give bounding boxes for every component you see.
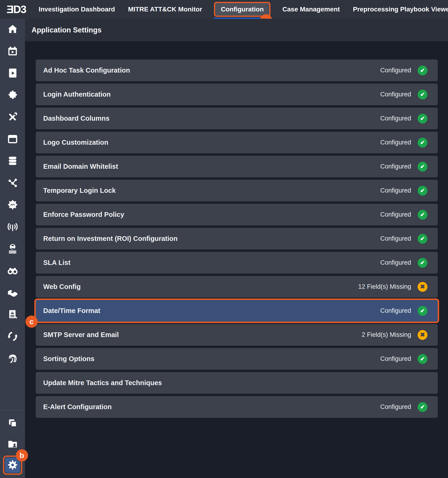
settings-row-label: SMTP Server and Email <box>43 331 119 339</box>
fingerprint-icon <box>7 353 18 365</box>
check-circle-icon: ✔ <box>418 138 428 147</box>
nav-item-configuration[interactable]: Configurationa <box>215 3 269 16</box>
check-circle-icon: ✔ <box>418 210 428 220</box>
settings-row[interactable]: Update Mitre Tactics and Techniques <box>36 372 438 394</box>
nav-item-preprocessing-playbook-viewer[interactable]: Preprocessing Playbook Viewer <box>353 6 448 13</box>
settings-row-label: Enforce Password Policy <box>43 211 124 219</box>
copy-icon <box>7 418 18 429</box>
settings-row[interactable]: Login Authentication Configured ✔ <box>36 84 438 105</box>
settings-row-status: Configured ✔ <box>380 114 428 124</box>
check-circle-icon: ✔ <box>418 66 428 75</box>
settings-row[interactable]: Ad Hoc Task Configuration Configured ✔ <box>36 60 438 81</box>
sidebar-item-utilities[interactable] <box>0 107 25 128</box>
settings-row[interactable]: Email Domain Whitelist Configured ✔ <box>36 156 438 177</box>
check-circle-icon: ✔ <box>418 162 428 171</box>
check-circle-icon: ✔ <box>418 234 428 244</box>
settings-row[interactable]: SLA List Configured ✔ <box>36 252 438 274</box>
sidebar-item-data-management[interactable] <box>0 150 25 172</box>
nav-item-label: Preprocessing Playbook Viewer <box>353 6 448 13</box>
nav-item-label: Configuration <box>221 6 264 13</box>
status-text: Configured <box>380 187 411 194</box>
settings-row-label: Sorting Options <box>43 355 94 363</box>
sidebar-item-broadcast[interactable] <box>0 216 25 238</box>
broadcast-icon <box>7 221 18 233</box>
calendar-play-icon <box>7 46 18 57</box>
sidebar-item-calendar[interactable] <box>0 128 25 150</box>
settings-row[interactable]: E-Alert Configuration Configured ✔ <box>36 396 438 418</box>
settings-row[interactable]: Web Config 12 Field(s) Missing ✖ <box>36 276 438 298</box>
settings-row-label: Date/Time Format <box>43 307 100 315</box>
settings-row-status: Configured ✔ <box>380 258 428 268</box>
settings-row-status: Configured ✔ <box>380 66 428 75</box>
sidebar-item-link-analysis[interactable] <box>0 172 25 194</box>
sidebar-item-scheduled-playbooks[interactable] <box>0 41 25 63</box>
settings-row-status: Configured ✔ <box>380 354 428 364</box>
annotation-badge-a: a <box>260 14 272 19</box>
settings-row-label: Dashboard Columns <box>43 115 109 122</box>
sidebar-item-web-access[interactable] <box>0 238 25 260</box>
sidebar-bottom-group: b <box>0 410 25 478</box>
settings-row-label: Update Mitre Tactics and Techniques <box>43 379 162 387</box>
nav-item-label: Case Management <box>282 6 340 13</box>
settings-row-label: Logo Customization <box>43 139 108 146</box>
svg-text:API: API <box>10 203 15 206</box>
sidebar-item-home[interactable] <box>0 19 25 41</box>
settings-row-status: Configured ✔ <box>380 402 428 412</box>
api-gear-icon: API <box>7 199 18 211</box>
globe-list-icon <box>7 243 18 255</box>
sidebar-item-playbook-library[interactable] <box>0 63 25 84</box>
settings-row-label: Temporary Login Lock <box>43 187 116 195</box>
check-circle-icon: ✔ <box>418 114 428 124</box>
x-circle-icon: ✖ <box>418 282 428 292</box>
settings-row[interactable]: Temporary Login Lock Configured ✔ <box>36 180 438 201</box>
settings-row-status: Configured ✔ <box>380 234 428 244</box>
sidebar-item-identity[interactable] <box>0 348 25 370</box>
nav-item-case-management[interactable]: Case Management <box>282 6 340 13</box>
check-circle-icon: ✔ <box>418 354 428 364</box>
check-circle-icon: ✔ <box>418 258 428 268</box>
settings-row[interactable]: Sorting Options Configured ✔ <box>36 348 438 370</box>
status-text: Configured <box>380 91 411 98</box>
settings-row[interactable]: Return on Investment (ROI) Configuration… <box>36 228 438 250</box>
annotation-badge-b: b <box>16 449 28 461</box>
status-text: Configured <box>380 235 411 242</box>
sidebar-item-api[interactable]: API <box>0 194 25 216</box>
top-nav: ƎD3 Investigation DashboardMITRE ATT&CK … <box>0 0 448 19</box>
sync-icon <box>7 331 18 343</box>
share-nodes-icon <box>7 177 18 189</box>
settings-row-status: Configured ✔ <box>380 162 428 171</box>
settings-row-status: 2 Field(s) Missing ✖ <box>362 330 428 340</box>
settings-row-label: Web Config <box>43 283 81 291</box>
gear-icon <box>7 460 18 471</box>
status-text: Configured <box>380 67 411 74</box>
page-header: Application Settings <box>25 19 448 41</box>
settings-row[interactable]: SMTP Server and Email 2 Field(s) Missing… <box>36 324 438 346</box>
book-play-icon <box>7 68 18 79</box>
settings-row[interactable]: Dashboard Columns Configured ✔ <box>36 107 438 129</box>
settings-row-status: Configured ✔ <box>380 306 428 316</box>
sidebar-item-sync[interactable] <box>0 326 25 348</box>
main-content: Application Settings Ad Hoc Task Configu… <box>25 19 448 478</box>
sidebar-item-integrations[interactable] <box>0 84 25 107</box>
user-folder-icon <box>7 439 18 450</box>
sidebar-item-incident-reports[interactable] <box>0 304 25 326</box>
status-text: Configured <box>380 307 411 314</box>
settings-row-label: Return on Investment (ROI) Configuration <box>43 235 178 243</box>
d3-logo[interactable]: ƎD3 <box>6 3 26 16</box>
sidebar-item-search[interactable] <box>0 260 25 282</box>
settings-row[interactable]: Enforce Password Policy Configured ✔ <box>36 204 438 226</box>
nav-item-investigation-dashboard[interactable]: Investigation Dashboard <box>38 6 115 13</box>
settings-row-label: Ad Hoc Task Configuration <box>43 67 130 74</box>
check-circle-icon: ✔ <box>418 306 428 316</box>
settings-list: Ad Hoc Task Configuration Configured ✔ L… <box>36 60 438 418</box>
sidebar-item-copy[interactable] <box>0 413 25 434</box>
sidebar-item-vendors[interactable] <box>0 282 25 304</box>
nav-item-mitre-att-ck-monitor[interactable]: MITRE ATT&CK Monitor <box>128 6 202 13</box>
handshake-icon <box>7 287 18 299</box>
status-text: Configured <box>380 211 411 218</box>
settings-row[interactable]: Date/Time Format Configured ✔ c <box>36 300 438 322</box>
database-icon <box>7 155 18 167</box>
settings-row-status: Configured ✔ <box>380 186 428 195</box>
nav-items: Investigation DashboardMITRE ATT&CK Moni… <box>38 0 448 19</box>
settings-row[interactable]: Logo Customization Configured ✔ <box>36 132 438 153</box>
